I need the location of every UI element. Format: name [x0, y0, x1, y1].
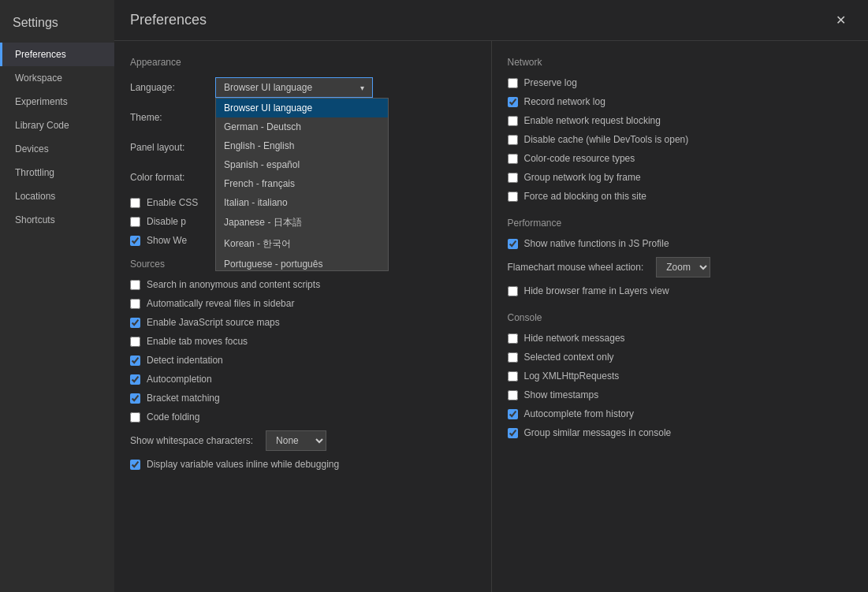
- detect-indent-checkbox[interactable]: [130, 356, 140, 366]
- bracket-matching-checkbox[interactable]: [130, 393, 140, 404]
- network-disable-cache-row: Disable cache (while DevTools is open): [508, 134, 853, 145]
- network-record-network-checkbox[interactable]: [508, 97, 518, 107]
- close-button[interactable]: ✕: [829, 9, 852, 31]
- sidebar-item-devices[interactable]: Devices: [0, 137, 114, 161]
- network-preserve-log-checkbox[interactable]: [508, 78, 518, 88]
- theme-label: Theme:: [130, 112, 209, 123]
- search-anonymous-checkbox[interactable]: [130, 280, 140, 290]
- language-option-pt[interactable]: Portuguese - português: [216, 255, 388, 271]
- network-force-ad-blocking-row: Force ad blocking on this site: [508, 191, 853, 202]
- enable-js-maps-label: Enable JavaScript source maps: [147, 317, 280, 328]
- sidebar-nav: PreferencesWorkspaceExperimentsLibrary C…: [0, 43, 114, 232]
- show-native-checkbox[interactable]: [508, 239, 518, 249]
- app-title: Settings: [0, 8, 114, 43]
- network-enable-blocking-row: Enable network request blocking: [508, 115, 853, 126]
- auto-reveal-checkbox[interactable]: [130, 299, 140, 309]
- sources-bracket-matching-row: Bracket matching: [130, 393, 475, 404]
- enable-js-maps-checkbox[interactable]: [130, 318, 140, 328]
- network-record-network-row: Record network log: [508, 96, 853, 107]
- language-option-fr[interactable]: French - français: [216, 174, 388, 193]
- network-preserve-log-label: Preserve log: [524, 77, 577, 88]
- console-autocomplete-history-row: Autocomplete from history: [508, 408, 853, 419]
- language-option-de[interactable]: German - Deutsch: [216, 117, 388, 136]
- left-panel: Appearance Language: Browser UI language…: [114, 41, 492, 592]
- language-option-ja[interactable]: Japanese - 日本語: [216, 212, 388, 233]
- whitespace-row: Show whitespace characters: NoneAllTrail…: [130, 430, 475, 451]
- flamechart-dropdown[interactable]: ZoomScroll: [656, 257, 710, 277]
- disable-p-checkbox[interactable]: [130, 217, 140, 227]
- network-section-header: Network: [508, 57, 853, 68]
- console-autocomplete-history-checkbox[interactable]: [508, 409, 518, 419]
- network-group-network-row: Group network log by frame: [508, 172, 853, 183]
- language-option-en[interactable]: English - English: [216, 136, 388, 155]
- show-we-label: Show We: [147, 235, 187, 246]
- right-panel: Network Preserve logRecord network logEn…: [492, 41, 869, 592]
- sidebar-item-throttling[interactable]: Throttling: [0, 161, 114, 184]
- network-checkboxes: Preserve logRecord network logEnable net…: [508, 77, 853, 202]
- search-anonymous-label: Search in anonymous and content scripts: [147, 279, 320, 290]
- console-selected-context-checkbox[interactable]: [508, 352, 518, 363]
- sources-tab-moves-row: Enable tab moves focus: [130, 336, 475, 347]
- bracket-matching-label: Bracket matching: [147, 393, 220, 404]
- sidebar-item-shortcuts[interactable]: Shortcuts: [0, 208, 114, 232]
- language-selected: Browser UI language: [224, 82, 312, 93]
- console-autocomplete-history-label: Autocomplete from history: [524, 408, 634, 419]
- language-option-es[interactable]: Spanish - español: [216, 155, 388, 174]
- language-option-ko[interactable]: Korean - 한국어: [216, 233, 388, 255]
- whitespace-dropdown[interactable]: NoneAllTrailing: [266, 430, 326, 451]
- appearance-section-header: Appearance: [130, 57, 475, 68]
- content-header: Preferences ✕: [114, 0, 868, 41]
- language-dropdown-button[interactable]: Browser UI language ▾: [215, 77, 373, 98]
- main-content: Preferences ✕ Appearance Language: Brows…: [114, 0, 868, 592]
- console-log-xml-label: Log XMLHttpRequests: [524, 370, 620, 382]
- network-force-ad-blocking-checkbox[interactable]: [508, 192, 518, 202]
- network-group-network-checkbox[interactable]: [508, 173, 518, 183]
- network-record-network-label: Record network log: [524, 96, 605, 107]
- language-dropdown-menu: Browser UI languageGerman - DeutschEngli…: [215, 98, 389, 271]
- language-row: Language: Browser UI language ▾ Browser …: [130, 77, 475, 98]
- network-enable-blocking-label: Enable network request blocking: [524, 115, 661, 126]
- content-body: Appearance Language: Browser UI language…: [114, 41, 868, 592]
- console-group-similar-checkbox[interactable]: [508, 428, 518, 438]
- console-hide-network-row: Hide network messages: [508, 333, 853, 344]
- network-enable-blocking-checkbox[interactable]: [508, 116, 518, 126]
- network-color-code-checkbox[interactable]: [508, 154, 518, 164]
- color-format-label: Color format:: [130, 172, 209, 183]
- show-native-row: Show native functions in JS Profile: [508, 238, 853, 249]
- language-dropdown[interactable]: Browser UI language ▾ Browser UI languag…: [215, 77, 373, 98]
- enable-css-checkbox[interactable]: [130, 198, 140, 208]
- show-native-label: Show native functions in JS Profile: [524, 238, 669, 249]
- sidebar-item-library-code[interactable]: Library Code: [0, 114, 114, 137]
- sources-enable-js-maps-row: Enable JavaScript source maps: [130, 317, 475, 328]
- page-title: Preferences: [130, 12, 207, 28]
- show-we-checkbox[interactable]: [130, 236, 140, 246]
- sidebar-item-workspace[interactable]: Workspace: [0, 66, 114, 90]
- sidebar-item-locations[interactable]: Locations: [0, 184, 114, 208]
- code-folding-checkbox[interactable]: [130, 412, 140, 423]
- console-hide-network-checkbox[interactable]: [508, 333, 518, 344]
- performance-section: Performance Show native functions in JS …: [508, 218, 853, 296]
- sources-code-folding-row: Code folding: [130, 411, 475, 423]
- language-option-browser[interactable]: Browser UI language: [216, 99, 388, 117]
- hide-browser-checkbox[interactable]: [508, 286, 518, 296]
- sidebar-item-experiments[interactable]: Experiments: [0, 90, 114, 114]
- console-log-xml-checkbox[interactable]: [508, 371, 518, 382]
- settings-window: Settings PreferencesWorkspaceExperiments…: [0, 0, 868, 592]
- hide-browser-row: Hide browser frame in Layers view: [508, 285, 853, 296]
- tab-moves-label: Enable tab moves focus: [147, 336, 248, 347]
- console-group-similar-label: Group similar messages in console: [524, 427, 672, 438]
- sources-auto-reveal-row: Automatically reveal files in sidebar: [130, 298, 475, 309]
- network-preserve-log-row: Preserve log: [508, 77, 853, 88]
- language-option-it[interactable]: Italian - italiano: [216, 193, 388, 212]
- network-disable-cache-checkbox[interactable]: [508, 135, 518, 145]
- console-selected-context-row: Selected context only: [508, 352, 853, 363]
- console-show-timestamps-checkbox[interactable]: [508, 390, 518, 400]
- auto-reveal-label: Automatically reveal files in sidebar: [147, 298, 294, 309]
- sources-detect-indent-row: Detect indentation: [130, 355, 475, 366]
- sidebar-item-preferences[interactable]: Preferences: [0, 43, 114, 66]
- network-color-code-label: Color-code resource types: [524, 153, 635, 164]
- display-variable-checkbox[interactable]: [130, 460, 140, 470]
- tab-moves-checkbox[interactable]: [130, 337, 140, 347]
- console-group-similar-row: Group similar messages in console: [508, 427, 853, 438]
- autocompletion-checkbox[interactable]: [130, 374, 140, 385]
